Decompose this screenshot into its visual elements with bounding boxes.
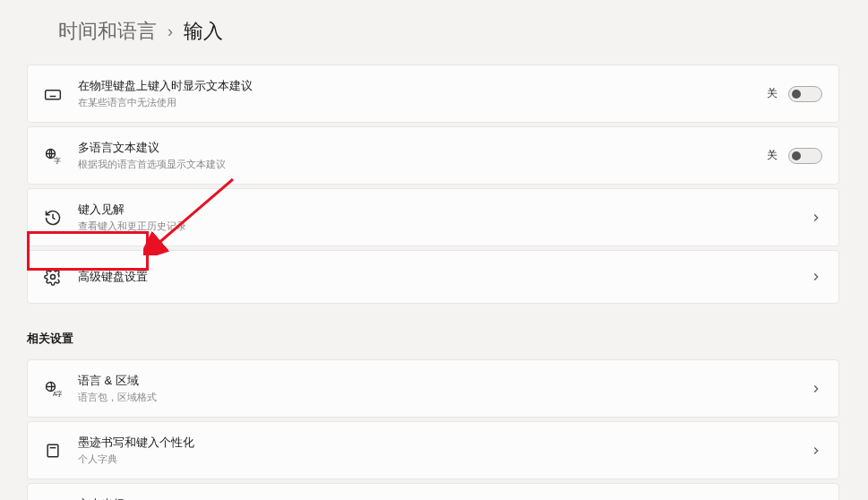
inking-title: 墨迹书写和键入个性化 xyxy=(78,435,794,451)
language-region-sub: 语言包，区域格式 xyxy=(78,391,794,404)
globe-character-icon: A字 xyxy=(44,380,62,398)
text-suggestions-sub: 在某些语言中无法使用 xyxy=(78,96,751,109)
language-region-card[interactable]: A字 语言 & 区域 语言包，区域格式 xyxy=(27,359,839,418)
multilingual-sub: 根据我的语言首选项显示文本建议 xyxy=(78,158,751,171)
multilingual-card[interactable]: 字 多语言文本建议 根据我的语言首选项显示文本建议 关 xyxy=(27,126,839,185)
dictionary-icon xyxy=(44,442,62,460)
text-suggestions-toggle-label: 关 xyxy=(767,86,778,101)
breadcrumb-separator: › xyxy=(168,22,173,41)
svg-rect-11 xyxy=(47,444,58,456)
breadcrumb-current: 输入 xyxy=(184,18,223,45)
typing-insights-title: 键入见解 xyxy=(78,202,794,218)
svg-text:字: 字 xyxy=(54,156,61,164)
chevron-right-icon xyxy=(810,383,822,395)
gear-icon xyxy=(44,268,62,286)
typing-insights-card[interactable]: 键入见解 查看键入和更正历史记录 xyxy=(27,188,839,246)
text-suggestions-card[interactable]: 在物理键盘上键入时显示文本建议 在某些语言中无法使用 关 xyxy=(27,65,839,123)
svg-rect-0 xyxy=(46,90,61,99)
svg-point-8 xyxy=(51,275,56,280)
globe-language-icon: 字 xyxy=(44,147,62,165)
advanced-keyboard-card[interactable]: 高级键盘设置 xyxy=(27,250,839,304)
language-region-title: 语言 & 区域 xyxy=(78,373,794,389)
text-suggestions-toggle[interactable] xyxy=(788,86,822,102)
multilingual-title: 多语言文本建议 xyxy=(78,140,751,156)
chevron-right-icon xyxy=(810,271,822,283)
text-cursor-card[interactable]: Ab 文本光标 颜色、大小、粗细 xyxy=(27,483,839,500)
related-settings-heading: 相关设置 xyxy=(27,331,839,347)
multilingual-toggle-label: 关 xyxy=(767,148,778,163)
breadcrumb-parent[interactable]: 时间和语言 xyxy=(58,18,157,45)
typing-insights-sub: 查看键入和更正历史记录 xyxy=(78,220,794,233)
history-icon xyxy=(44,209,62,227)
inking-card[interactable]: 墨迹书写和键入个性化 个人字典 xyxy=(27,421,839,479)
advanced-keyboard-title: 高级键盘设置 xyxy=(78,269,794,285)
text-suggestions-title: 在物理键盘上键入时显示文本建议 xyxy=(78,78,751,94)
breadcrumb: 时间和语言 › 输入 xyxy=(27,18,839,45)
inking-sub: 个人字典 xyxy=(78,453,794,466)
keyboard-icon xyxy=(44,85,62,103)
text-cursor-title: 文本光标 xyxy=(78,496,794,500)
chevron-right-icon xyxy=(810,444,822,457)
svg-text:A字: A字 xyxy=(53,390,62,396)
multilingual-toggle[interactable] xyxy=(788,148,822,164)
chevron-right-icon xyxy=(810,211,822,224)
